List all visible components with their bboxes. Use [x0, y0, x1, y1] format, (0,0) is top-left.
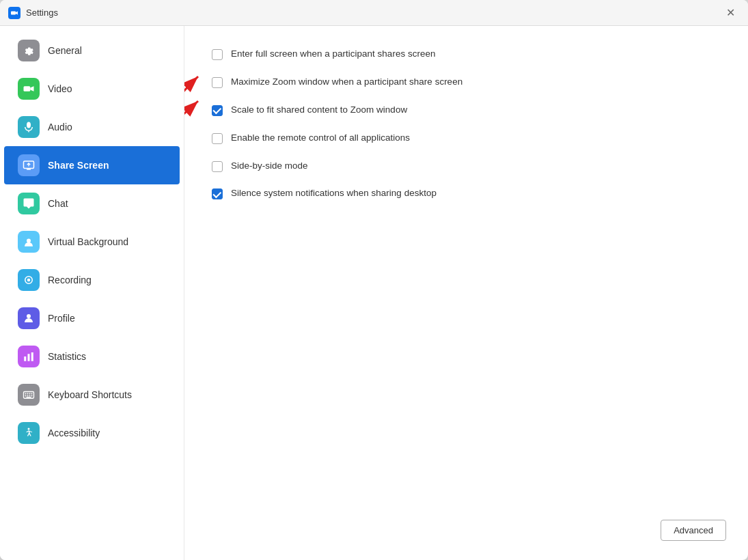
svg-point-8	[27, 279, 31, 282]
sidebar-item-share-screen[interactable]: Share Screen	[4, 146, 180, 184]
svg-marker-1	[16, 11, 18, 14]
option-side-by-side: Side-by-side mode	[212, 160, 721, 173]
option-label-maximize: Maximize Zoom window when a participant …	[231, 76, 462, 89]
checkbox-remote-control[interactable]	[212, 133, 223, 144]
titlebar: Settings ✕	[0, 0, 748, 26]
svg-rect-12	[31, 352, 33, 361]
sidebar-item-video[interactable]: Video	[4, 70, 180, 108]
svg-rect-2	[24, 86, 31, 92]
settings-window: Settings ✕ General	[0, 0, 748, 560]
svg-point-9	[27, 314, 31, 318]
checkbox-fullscreen[interactable]	[212, 49, 223, 60]
option-scale-to-fit: Scale to fit shared content to Zoom wind…	[212, 104, 721, 117]
sidebar-item-chat[interactable]: Chat	[4, 184, 180, 223]
sidebar-item-virtual-background[interactable]: Virtual Background	[4, 223, 180, 261]
profile-icon	[18, 307, 40, 329]
svg-point-23	[28, 428, 30, 430]
keyboard-icon	[18, 384, 40, 406]
svg-marker-3	[30, 86, 33, 92]
chat-icon	[18, 193, 40, 214]
sidebar-item-audio[interactable]: Audio	[4, 108, 180, 146]
sidebar-item-keyboard-shortcuts[interactable]: Keyboard Shortcuts	[4, 376, 180, 414]
checkbox-scale-to-fit[interactable]	[212, 105, 223, 116]
sidebar-label-share-screen: Share Screen	[48, 160, 109, 171]
svg-point-6	[27, 239, 31, 243]
option-label-fullscreen: Enter full screen when a participant sha…	[231, 48, 435, 61]
accessibility-icon	[18, 422, 40, 444]
svg-rect-11	[28, 354, 30, 361]
gear-icon	[18, 40, 40, 61]
checkbox-maximize[interactable]	[212, 77, 223, 88]
checkbox-side-by-side[interactable]	[212, 161, 223, 172]
main-panel: Enter full screen when a participant sha…	[184, 26, 748, 560]
sidebar: General Video	[0, 26, 184, 560]
zoom-logo-icon	[10, 9, 18, 17]
sidebar-label-accessibility: Accessibility	[48, 428, 100, 438]
sidebar-label-general: General	[48, 45, 82, 56]
option-label-scale-to-fit: Scale to fit shared content to Zoom wind…	[231, 104, 407, 117]
option-label-remote-control: Enable the remote control of all applica…	[231, 132, 410, 145]
sidebar-label-keyboard-shortcuts: Keyboard Shortcuts	[48, 389, 132, 400]
option-label-side-by-side: Side-by-side mode	[231, 160, 308, 173]
recording-icon	[18, 269, 40, 291]
app-icon	[8, 7, 20, 19]
audio-icon	[18, 116, 40, 138]
svg-rect-0	[11, 11, 16, 14]
sidebar-item-statistics[interactable]: Statistics	[4, 337, 180, 376]
sidebar-label-virtual-background: Virtual Background	[48, 236, 128, 247]
sidebar-item-general[interactable]: General	[4, 31, 180, 70]
advanced-button[interactable]: Advanced	[661, 520, 726, 541]
option-fullscreen: Enter full screen when a participant sha…	[212, 48, 721, 61]
sidebar-label-audio: Audio	[48, 122, 72, 132]
sidebar-label-recording: Recording	[48, 275, 92, 285]
annotation-arrows	[184, 61, 212, 157]
statistics-icon	[18, 346, 40, 367]
sidebar-item-profile[interactable]: Profile	[4, 299, 180, 337]
content-area: General Video	[0, 26, 748, 560]
option-silence-notifications: Silence system notifications when sharin…	[212, 187, 721, 200]
virtual-background-icon	[18, 231, 40, 253]
option-maximize: Maximize Zoom window when a participant …	[212, 76, 721, 89]
sidebar-label-video: Video	[48, 83, 72, 94]
sidebar-label-chat: Chat	[48, 198, 68, 209]
video-icon	[18, 78, 40, 100]
share-screen-icon	[18, 154, 40, 176]
option-label-silence-notifications: Silence system notifications when sharin…	[231, 187, 437, 200]
option-remote-control: Enable the remote control of all applica…	[212, 132, 721, 145]
svg-rect-10	[24, 356, 26, 361]
svg-point-4	[27, 122, 31, 128]
sidebar-label-profile: Profile	[48, 313, 75, 324]
titlebar-left: Settings	[8, 7, 58, 19]
sidebar-label-statistics: Statistics	[48, 351, 86, 362]
sidebar-item-recording[interactable]: Recording	[4, 261, 180, 299]
close-button[interactable]: ✕	[721, 3, 740, 23]
sidebar-item-accessibility[interactable]: Accessibility	[4, 414, 180, 452]
window-title: Settings	[26, 8, 58, 18]
checkbox-silence-notifications[interactable]	[212, 188, 223, 199]
